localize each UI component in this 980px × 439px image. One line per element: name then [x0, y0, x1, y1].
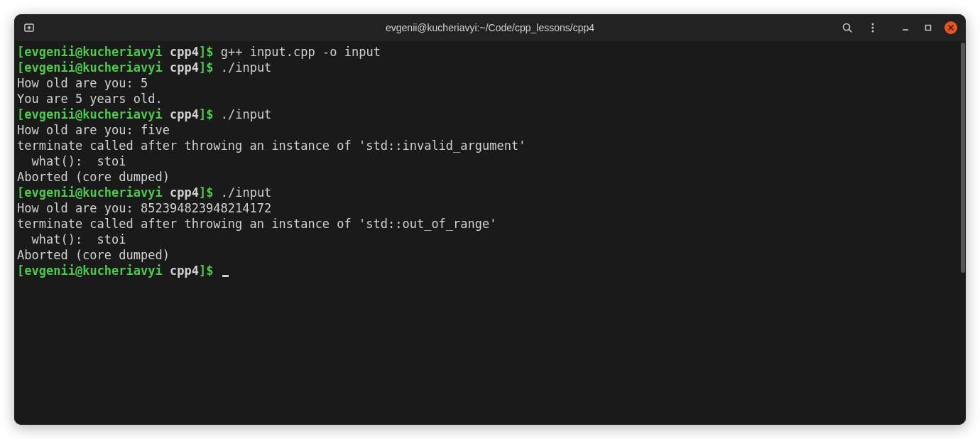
minimize-button[interactable]	[899, 21, 912, 34]
prompt-at: @	[75, 60, 82, 75]
prompt-line: [evgenii@kucheriavyi cpp4]$ g++ input.cp…	[17, 44, 963, 60]
output-line: How old are you: 5	[17, 75, 963, 91]
prompt-dollar: $	[206, 60, 213, 75]
output-line: Aborted (core dumped)	[17, 169, 963, 185]
svg-line-4	[849, 30, 852, 33]
window-controls	[899, 21, 957, 34]
prompt-user: evgenii	[24, 107, 75, 121]
prompt-dir: cpp4	[170, 107, 199, 121]
output-line: You are 5 years old.	[17, 91, 963, 107]
output-line: Aborted (core dumped)	[17, 247, 963, 263]
output-text: terminate called after throwing an insta…	[17, 139, 526, 153]
prompt-dollar: $	[206, 264, 213, 278]
prompt-host: kucheriavyi	[82, 45, 163, 59]
prompt-dir: cpp4	[170, 264, 199, 278]
svg-point-6	[872, 27, 874, 29]
prompt-line: [evgenii@kucheriavyi cpp4]$ ./input	[17, 107, 963, 122]
output-text: How old are you: 852394823948214172	[17, 201, 271, 215]
command-text: g++ input.cpp -o input	[221, 45, 381, 59]
terminal-body[interactable]: [evgenii@kucheriavyi cpp4]$ g++ input.cp…	[14, 41, 966, 425]
scrollbar-thumb[interactable]	[961, 43, 965, 273]
output-text: How old are you: five	[17, 123, 170, 137]
prompt-user: evgenii	[24, 185, 75, 200]
output-line: terminate called after throwing an insta…	[17, 138, 963, 153]
prompt-at: @	[75, 45, 82, 59]
prompt-dir: cpp4	[170, 60, 199, 75]
command-text: ./input	[221, 60, 272, 75]
prompt-user: evgenii	[24, 45, 75, 59]
command-text: ./input	[221, 107, 272, 121]
prompt-at: @	[75, 264, 82, 278]
prompt-line: [evgenii@kucheriavyi cpp4]$ ./input	[17, 185, 963, 200]
output-line: what(): stoi	[17, 153, 963, 169]
maximize-button[interactable]	[922, 21, 935, 34]
output-text: Aborted (core dumped)	[17, 170, 170, 184]
prompt-line: [evgenii@kucheriavyi cpp4]$	[17, 263, 963, 278]
output-text: How old are you: 5	[17, 76, 148, 90]
prompt-line: [evgenii@kucheriavyi cpp4]$ ./input	[17, 60, 963, 75]
prompt-host: kucheriavyi	[82, 185, 163, 200]
titlebar-right	[841, 21, 957, 34]
prompt-at: @	[75, 107, 82, 121]
scrollbar[interactable]	[960, 41, 966, 425]
terminal-content[interactable]: [evgenii@kucheriavyi cpp4]$ g++ input.cp…	[17, 44, 963, 278]
svg-rect-9	[926, 26, 931, 31]
prompt-dir: cpp4	[170, 45, 199, 59]
command-text: ./input	[221, 185, 272, 200]
prompt-bracket-open: [	[17, 45, 24, 59]
search-icon[interactable]	[841, 21, 854, 34]
prompt-bracket-close: ]	[199, 45, 206, 59]
prompt-user: evgenii	[24, 264, 75, 278]
output-text: what(): stoi	[17, 154, 126, 168]
prompt-bracket-open: [	[17, 60, 24, 75]
window-title: evgenii@kucheriavyi:~/Code/cpp_lessons/c…	[386, 22, 594, 33]
new-tab-icon[interactable]	[23, 21, 36, 34]
prompt-bracket-close: ]	[199, 185, 206, 200]
prompt-host: kucheriavyi	[82, 107, 163, 121]
output-text: Aborted (core dumped)	[17, 248, 170, 262]
output-line: How old are you: 852394823948214172	[17, 200, 963, 216]
svg-point-5	[872, 23, 874, 26]
output-text: terminate called after throwing an insta…	[17, 217, 497, 231]
prompt-dir: cpp4	[170, 185, 199, 200]
prompt-bracket-close: ]	[199, 60, 206, 75]
output-text: You are 5 years old.	[17, 92, 163, 106]
prompt-bracket-close: ]	[199, 107, 206, 121]
prompt-host: kucheriavyi	[82, 264, 163, 278]
prompt-host: kucheriavyi	[82, 60, 163, 75]
prompt-dollar: $	[206, 185, 213, 200]
titlebar-left	[23, 21, 36, 34]
prompt-bracket-open: [	[17, 107, 24, 121]
output-line: what(): stoi	[17, 232, 963, 247]
prompt-dollar: $	[206, 45, 213, 59]
titlebar: evgenii@kucheriavyi:~/Code/cpp_lessons/c…	[14, 14, 966, 41]
output-text: what(): stoi	[17, 232, 126, 246]
prompt-at: @	[75, 185, 82, 200]
close-button[interactable]	[944, 21, 957, 34]
output-line: terminate called after throwing an insta…	[17, 216, 963, 232]
prompt-user: evgenii	[24, 60, 75, 75]
prompt-bracket-close: ]	[199, 264, 206, 278]
menu-icon[interactable]	[866, 21, 879, 34]
prompt-dollar: $	[206, 107, 213, 121]
prompt-bracket-open: [	[17, 185, 24, 200]
svg-point-7	[872, 31, 874, 33]
output-line: How old are you: five	[17, 122, 963, 138]
cursor	[222, 275, 229, 277]
prompt-bracket-open: [	[17, 264, 24, 278]
terminal-window: evgenii@kucheriavyi:~/Code/cpp_lessons/c…	[14, 14, 966, 425]
